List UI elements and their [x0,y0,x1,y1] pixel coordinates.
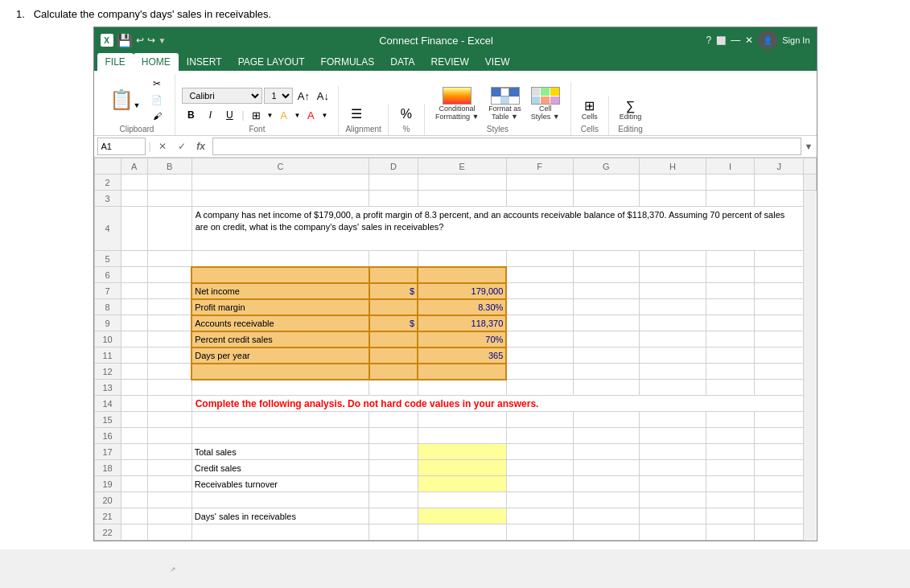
cell-E19-value[interactable] [418,476,506,492]
cell-B14[interactable] [147,396,191,412]
cell-D6[interactable] [369,267,418,283]
menu-insert[interactable]: INSERT [179,53,230,71]
cut-button[interactable]: ✂ [146,76,168,92]
cell-J2[interactable] [755,175,804,191]
cell-I17[interactable] [706,444,755,460]
cell-G22[interactable] [573,524,640,541]
cell-D13[interactable] [369,380,418,396]
cell-H2[interactable] [640,175,706,191]
menu-file[interactable]: FILE [97,53,134,71]
col-header-I[interactable]: I [706,158,755,175]
cell-B21[interactable] [147,508,191,524]
borders-arrow[interactable]: ▼ [267,112,274,119]
cell-A7[interactable] [121,283,147,299]
cell-D10[interactable] [369,331,418,347]
cell-H19[interactable] [640,476,706,492]
cell-C15[interactable] [191,412,369,428]
cell-A6[interactable] [121,267,147,283]
cell-I2[interactable] [706,175,755,191]
cell-J16[interactable] [755,428,804,444]
cell-D8[interactable] [369,299,418,315]
cell-H17[interactable] [640,444,706,460]
cell-instruction[interactable]: Complete the following analysis. Do not … [191,396,803,412]
cells-button[interactable]: ⊞ Cells [578,97,602,123]
cell-C11-label[interactable]: Days per year [191,347,369,364]
cell-J19[interactable] [755,476,804,492]
cell-A8[interactable] [121,299,147,315]
cell-H7[interactable] [640,283,706,299]
cell-H11[interactable] [640,347,706,364]
cell-A2[interactable] [121,175,147,191]
cell-B17[interactable] [147,444,191,460]
cell-I13[interactable] [706,380,755,396]
cell-G17[interactable] [573,444,640,460]
cell-J9[interactable] [755,315,804,331]
cell-E17-value[interactable] [418,444,506,460]
font-name-select[interactable]: Calibri [182,88,262,104]
cell-H13[interactable] [640,380,706,396]
fill-color-arrow[interactable]: ▼ [294,112,300,119]
cell-E2[interactable] [418,175,506,191]
cell-G18[interactable] [573,460,640,476]
format-painter-button[interactable]: 🖌 [146,109,168,123]
cell-F13[interactable] [506,380,573,396]
cell-E21-value[interactable] [418,508,506,524]
cell-G6[interactable] [573,267,640,283]
cell-B9[interactable] [147,315,191,331]
cell-G20[interactable] [573,492,640,508]
cell-H15[interactable] [640,412,706,428]
cell-I8[interactable] [706,299,755,315]
cell-I9[interactable] [706,315,755,331]
cell-C3[interactable] [191,191,369,207]
cell-G11[interactable] [573,347,640,364]
cell-F7[interactable] [506,283,573,299]
cell-B5[interactable] [147,251,191,267]
cell-I19[interactable] [706,476,755,492]
cell-H5[interactable] [640,251,706,267]
cell-C10-label[interactable]: Percent credit sales [191,331,369,347]
cell-H18[interactable] [640,460,706,476]
cell-B6[interactable] [147,267,191,283]
cell-B20[interactable] [147,492,191,508]
cell-B18[interactable] [147,460,191,476]
cell-D15[interactable] [369,412,418,428]
cell-C5[interactable] [191,251,369,267]
cell-J11[interactable] [755,347,804,364]
alignment-button[interactable]: ☰ [345,105,368,123]
cell-D22[interactable] [369,524,418,541]
copy-button[interactable]: 📄 [146,93,168,108]
cell-F16[interactable] [506,428,573,444]
cell-F2[interactable] [506,175,573,191]
cell-A5[interactable] [121,251,147,267]
cell-H12[interactable] [640,364,706,380]
cell-styles-button[interactable]: Cell Styles ▼ [527,84,564,123]
cell-H20[interactable] [640,492,706,508]
cell-E16[interactable] [418,428,506,444]
cell-D20[interactable] [369,492,418,508]
cell-D17[interactable] [369,444,418,460]
cell-B19[interactable] [147,476,191,492]
cell-J20[interactable] [755,492,804,508]
cell-G3[interactable] [573,191,640,207]
cell-I7[interactable] [706,283,755,299]
cell-A13[interactable] [121,380,147,396]
redo-icon[interactable]: ↪ [147,35,155,46]
col-header-A[interactable]: A [121,158,147,175]
col-header-H[interactable]: H [640,158,706,175]
cell-F6[interactable] [506,267,573,283]
format-table-button[interactable]: Format as Table ▼ [484,84,525,123]
cell-B15[interactable] [147,412,191,428]
cell-B3[interactable] [147,191,191,207]
cell-B11[interactable] [147,347,191,364]
cell-E7-value[interactable]: 179,000 [418,283,506,299]
cell-G21[interactable] [573,508,640,524]
confirm-formula-icon[interactable]: ✓ [174,138,190,154]
cell-J6[interactable] [755,267,804,283]
cell-G5[interactable] [573,251,640,267]
cell-J13[interactable] [755,380,804,396]
cell-A15[interactable] [121,412,147,428]
quick-access-more[interactable]: ▼ [159,36,167,45]
cell-B8[interactable] [147,299,191,315]
cell-E18-value[interactable] [418,460,506,476]
cell-F15[interactable] [506,412,573,428]
